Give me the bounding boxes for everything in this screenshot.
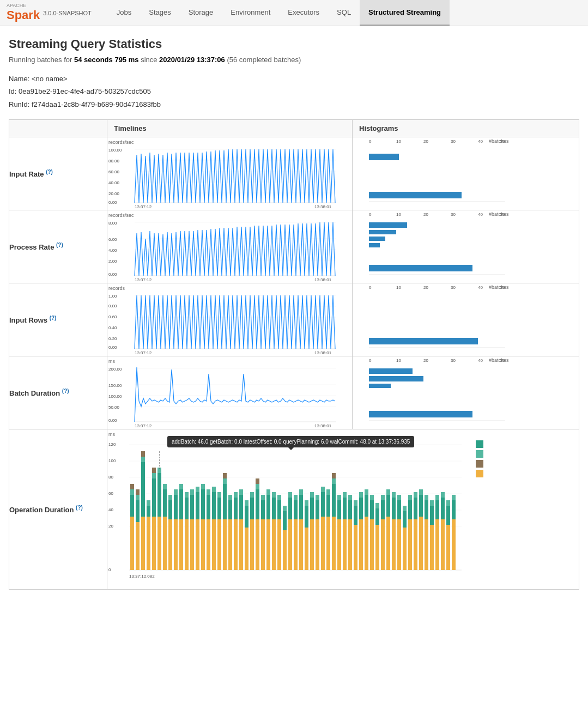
svg-text:1.00: 1.00 (108, 294, 117, 299)
svg-rect-118 (130, 517, 134, 570)
svg-text:20: 20 (423, 212, 428, 217)
svg-text:6.00: 6.00 (108, 237, 117, 242)
svg-text:10: 10 (396, 285, 401, 290)
nav-links: Jobs Stages Storage Environment Executor… (108, 0, 450, 26)
svg-rect-273 (403, 506, 407, 511)
svg-rect-268 (392, 519, 396, 570)
svg-rect-285 (425, 495, 428, 500)
svg-rect-259 (375, 525, 379, 570)
svg-rect-49 (369, 265, 472, 271)
svg-rect-96 (369, 376, 423, 381)
svg-text:records: records (108, 286, 125, 291)
row-operation-duration: Operation Duration (?) ms 120 100 80 60 … (9, 429, 579, 590)
svg-rect-264 (386, 489, 390, 495)
svg-rect-172 (223, 473, 227, 478)
svg-text:50.00: 50.00 (108, 405, 120, 410)
svg-rect-230 (326, 489, 330, 495)
svg-rect-247 (354, 525, 357, 570)
svg-rect-120 (136, 495, 140, 500)
tooltip-box: addBatch: 46.0 getBatch: 0.0 latestOffse… (167, 436, 414, 447)
svg-text:ms: ms (108, 432, 115, 437)
svg-text:0: 0 (369, 358, 372, 363)
svg-text:0.00: 0.00 (108, 418, 117, 423)
svg-text:4.00: 4.00 (108, 248, 117, 253)
name-label: Name: (9, 75, 29, 83)
svg-rect-188 (250, 519, 254, 570)
svg-rect-160 (201, 519, 205, 570)
svg-rect-291 (435, 495, 439, 500)
subtitle: Running batches for 54 seconds 795 ms si… (9, 56, 579, 64)
svg-rect-240 (343, 492, 347, 498)
legend-item-queryplanning (476, 470, 483, 477)
nav-storage[interactable]: Storage (180, 0, 222, 26)
svg-text:ms: ms (108, 359, 115, 364)
svg-text:0.00: 0.00 (108, 345, 117, 350)
svg-rect-210 (288, 519, 292, 570)
svg-rect-298 (446, 525, 450, 570)
col-timelines: Timelines (107, 120, 353, 137)
svg-rect-73 (369, 338, 478, 344)
nav-jobs[interactable]: Jobs (108, 0, 140, 26)
svg-text:50: 50 (500, 285, 505, 290)
nav-executors[interactable]: Executors (279, 0, 328, 26)
runid-label: RunId: (9, 100, 29, 108)
svg-rect-288 (430, 500, 434, 506)
svg-text:0: 0 (369, 139, 372, 144)
svg-rect-238 (337, 519, 341, 570)
svg-rect-295 (441, 519, 445, 570)
svg-rect-280 (414, 519, 417, 570)
svg-rect-219 (305, 528, 308, 570)
histogram-input-rate: #batches 0 10 20 30 40 50 (353, 137, 579, 210)
stats-table: Timelines Histograms Input Rate (?) reco… (9, 119, 579, 590)
nav-environment[interactable]: Environment (222, 0, 279, 26)
svg-rect-191 (256, 478, 259, 484)
svg-text:0: 0 (369, 212, 372, 217)
svg-text:40: 40 (108, 507, 113, 512)
app-logo: APACHE Spark 3.0.0-SNAPSHOT (7, 3, 92, 22)
timeline-input-rate: records/sec 100.00 80.00 60.00 40.00 20.… (107, 137, 353, 210)
svg-rect-297 (446, 500, 450, 506)
svg-text:60.00: 60.00 (108, 169, 120, 174)
svg-rect-262 (381, 519, 385, 570)
svg-text:20: 20 (108, 524, 113, 529)
nav-bar: APACHE Spark 3.0.0-SNAPSHOT Jobs Stages … (0, 0, 588, 26)
svg-rect-283 (419, 517, 423, 570)
label-operation-duration: Operation Duration (?) (9, 429, 107, 590)
svg-rect-182 (239, 519, 243, 570)
timeline-operation-duration: ms 120 100 80 60 40 20 0 (107, 429, 579, 590)
svg-rect-286 (425, 519, 428, 570)
svg-rect-132 (152, 468, 156, 473)
svg-rect-201 (272, 519, 276, 570)
svg-rect-154 (190, 519, 194, 570)
svg-rect-45 (369, 222, 407, 228)
svg-rect-148 (179, 519, 183, 570)
svg-rect-282 (419, 489, 423, 495)
svg-rect-300 (452, 495, 456, 500)
svg-text:40: 40 (478, 285, 483, 290)
svg-text:80.00: 80.00 (108, 159, 120, 163)
svg-text:8.00: 8.00 (108, 221, 117, 226)
svg-text:10: 10 (396, 358, 401, 363)
svg-rect-215 (299, 489, 303, 495)
svg-rect-139 (163, 517, 167, 570)
svg-text:2.00: 2.00 (108, 259, 117, 264)
svg-rect-95 (369, 368, 413, 374)
nav-sql[interactable]: SQL (328, 0, 360, 26)
svg-rect-23 (369, 154, 399, 160)
svg-text:100.00: 100.00 (108, 394, 122, 399)
label-input-rate: Input Rate (?) (9, 137, 107, 210)
row-input-rate: Input Rate (?) records/sec 100.00 80.00 … (9, 137, 579, 210)
svg-text:13:38:01: 13:38:01 (314, 350, 332, 355)
svg-rect-179 (234, 519, 238, 570)
svg-text:0.00: 0.00 (108, 272, 117, 277)
svg-rect-265 (386, 517, 390, 570)
svg-rect-176 (228, 519, 232, 570)
nav-stages[interactable]: Stages (140, 0, 179, 26)
svg-text:13:38:01: 13:38:01 (314, 277, 332, 282)
svg-rect-128 (147, 500, 150, 506)
svg-rect-169 (217, 519, 221, 570)
svg-text:20: 20 (423, 139, 428, 144)
svg-rect-150 (185, 492, 189, 498)
nav-structured-streaming[interactable]: Structured Streaming (360, 0, 450, 26)
svg-rect-145 (174, 519, 178, 570)
